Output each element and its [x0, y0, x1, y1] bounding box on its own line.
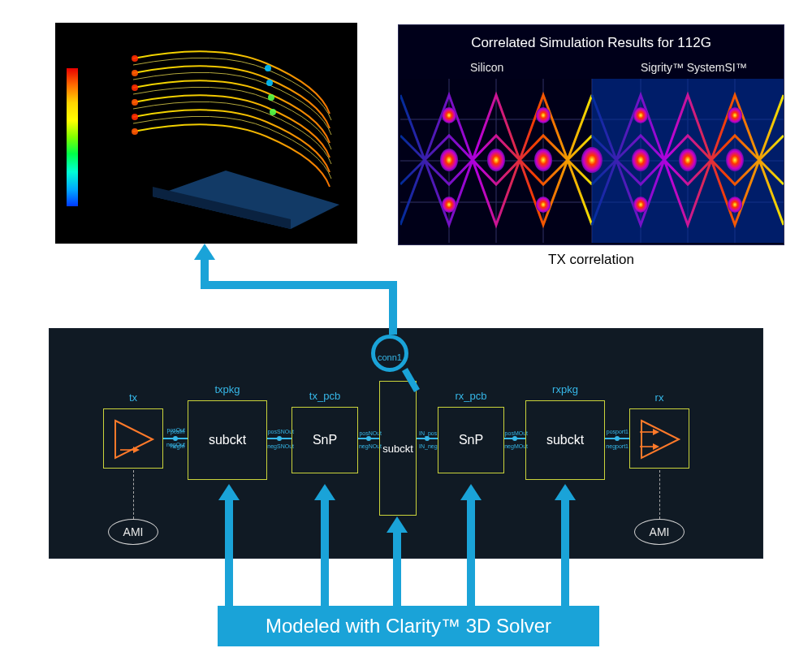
port-label: negSNOut: [267, 443, 294, 449]
callout-clarity: Modeled with Clarity™ 3D Solver: [218, 606, 599, 646]
block-rxpcb-head: rx_pcb: [438, 390, 503, 402]
port-label: negMOut: [504, 443, 528, 449]
block-txpkg-label: subckt: [188, 433, 266, 447]
block-tx: tx posOut negOut: [103, 408, 163, 469]
svg-point-32: [442, 197, 456, 213]
svg-point-38: [728, 197, 742, 213]
svg-marker-42: [641, 421, 679, 458]
port-label: posNOut: [359, 430, 382, 436]
svg-point-11: [270, 109, 276, 115]
svg-point-37: [728, 107, 742, 123]
svg-point-6: [132, 114, 138, 120]
port-label: IN_neg: [419, 443, 438, 449]
arrow-callout: [225, 499, 233, 606]
arrow-callout: [467, 499, 475, 606]
svg-point-29: [679, 149, 697, 171]
arrow-callout: [561, 499, 569, 606]
panel-3d-field: [55, 23, 357, 244]
svg-point-33: [536, 107, 551, 123]
block-rxpkg: rxpkg subckt posport1 negport1: [525, 400, 605, 480]
svg-point-36: [633, 197, 648, 213]
block-rx-head: rx: [630, 391, 689, 404]
rx-amp-icon: [638, 417, 682, 461]
svg-point-31: [442, 107, 456, 123]
block-txpkg-head: txpkg: [188, 383, 266, 395]
svg-point-34: [536, 197, 551, 213]
block-conn1-label: subckt: [380, 443, 416, 455]
wire-node-icon: [173, 436, 178, 441]
arrow-conn-to-horiz: [201, 281, 397, 289]
svg-point-24: [440, 149, 458, 171]
svg-point-25: [487, 149, 505, 171]
svg-point-10: [268, 94, 274, 101]
block-txpkg: txpkg subckt posIn negIn posSNOut negSNO…: [188, 400, 267, 480]
ami-dash-icon: [659, 470, 660, 519]
panel-eye-diagram: Correlated Simulation Results for 112G S…: [398, 24, 784, 245]
arrow-head-up-icon: [314, 484, 335, 500]
arrow-conn-to-vert: [389, 284, 397, 335]
arrow-callout: [393, 531, 401, 606]
arrow-head-up-icon: [218, 484, 240, 500]
svg-point-4: [132, 84, 138, 91]
wire-node-icon: [366, 436, 371, 441]
port-label: negIn: [171, 443, 185, 449]
wire-node-icon: [615, 436, 620, 441]
eye-label-systemsi: Sigrity™ SystemSI™: [641, 61, 747, 74]
wire-node-icon: [277, 436, 282, 441]
svg-point-5: [132, 99, 138, 106]
arrow-head-up-icon: [387, 516, 408, 533]
eye-title: Correlated Simulation Results for 112G: [399, 35, 784, 51]
block-tx-head: tx: [104, 391, 162, 404]
block-txpcb-head: tx_pcb: [292, 390, 357, 402]
port-label: posIn: [171, 429, 184, 434]
ami-right: AMI: [634, 519, 685, 545]
eye-caption: TX correlation: [398, 252, 784, 268]
block-conn1: subckt: [379, 381, 417, 516]
svg-point-28: [632, 149, 650, 171]
port-label: posSNOut: [268, 429, 294, 434]
arrow-head-up-icon: [460, 484, 482, 500]
arrow-callout: [321, 499, 329, 606]
block-txpcb-label: SnP: [292, 433, 357, 447]
tx-amp-icon: [112, 417, 156, 461]
wire-node-icon: [425, 436, 430, 441]
block-txpcb: tx_pcb SnP posNOut negNOut: [292, 407, 358, 473]
svg-point-8: [265, 65, 271, 71]
block-rxpkg-head: rxpkg: [526, 383, 604, 395]
ami-left: AMI: [108, 519, 158, 545]
block-rxpcb: rx_pcb SnP IN_pos IN_neg posMOut negMOut: [438, 407, 504, 473]
colorbar: [67, 68, 78, 206]
arrow-head-up-icon: [194, 244, 215, 260]
arrow-head-up-icon: [555, 484, 576, 500]
svg-point-26: [534, 149, 552, 171]
block-rx: rx: [629, 408, 689, 469]
port-label: negNOut: [359, 443, 382, 449]
svg-point-35: [633, 107, 648, 123]
wire-node-icon: [512, 436, 517, 441]
port-label: IN_pos: [419, 430, 437, 436]
port-label: posMOut: [505, 430, 528, 436]
magnifier-icon: conn1: [371, 335, 408, 372]
port-label: posport1: [607, 429, 628, 434]
field-point-cloud: [128, 34, 343, 229]
svg-point-2: [132, 55, 138, 62]
svg-point-3: [132, 70, 138, 76]
block-rxpcb-label: SnP: [438, 433, 503, 447]
svg-point-7: [132, 128, 138, 135]
port-label: negport1: [606, 443, 628, 449]
block-rxpkg-label: subckt: [526, 433, 604, 447]
svg-point-30: [726, 149, 744, 171]
svg-point-9: [266, 80, 273, 86]
eye-label-silicon: Silicon: [470, 61, 503, 74]
ami-dash-icon: [133, 470, 134, 519]
arrow-conn-to-stub: [201, 258, 209, 289]
eye-canvas: [400, 79, 784, 243]
svg-point-27: [581, 147, 603, 173]
